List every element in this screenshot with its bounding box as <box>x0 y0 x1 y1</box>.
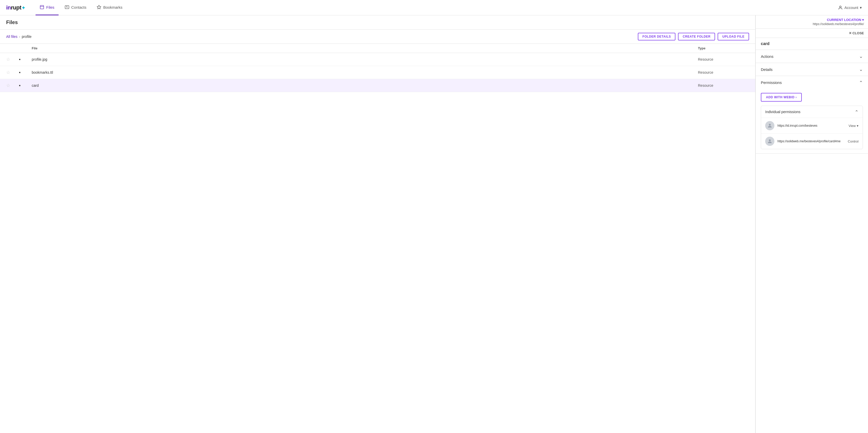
close-button[interactable]: ✕ CLOSE <box>849 31 864 35</box>
logo-text: inrupt✦ <box>6 4 25 11</box>
actions-accordion: Actions ⌄ <box>756 50 868 63</box>
nav-item-contacts[interactable]: Contacts <box>61 0 91 16</box>
permission-role-chevron: ▾ <box>857 124 859 128</box>
left-panel: Files All files › profile FOLDER DETAILS… <box>0 16 755 433</box>
add-webid-button[interactable]: ADD WITH WEBID › <box>761 93 802 102</box>
permission-role[interactable]: View ▾ <box>848 124 859 128</box>
breadcrumb-actions: FOLDER DETAILS CREATE FOLDER UPLOAD FILE <box>638 33 749 40</box>
actions-label: Actions <box>761 54 773 59</box>
chevron-down-icon: ▾ <box>860 5 862 10</box>
svg-rect-0 <box>40 5 44 9</box>
file-icon: ▪ <box>19 57 32 62</box>
file-name: card <box>32 83 698 88</box>
avatar-icon <box>767 123 773 128</box>
nav-item-bookmarks[interactable]: Bookmarks <box>93 0 127 16</box>
star-icon[interactable]: ☆ <box>6 57 19 62</box>
col-file: File <box>32 46 698 50</box>
account-icon <box>838 5 843 10</box>
nav-items: Files Contacts Bookmarks <box>35 0 838 16</box>
navbar: inrupt✦ Files Contacts Bookmarks Account… <box>0 0 868 16</box>
bookmarks-icon <box>97 5 101 9</box>
star-icon[interactable]: ☆ <box>6 83 19 88</box>
permission-role: Control <box>848 140 859 143</box>
breadcrumb-separator: › <box>19 34 20 39</box>
actions-chevron-icon: ⌄ <box>859 54 863 59</box>
folder-details-button[interactable]: FOLDER DETAILS <box>638 33 676 40</box>
individual-permissions-label: Individual permissions <box>765 110 801 114</box>
permission-row: https://solidweb.me/besteves4/profile/ca… <box>761 133 863 149</box>
permissions-chevron-icon: ⌄ <box>859 80 863 85</box>
details-accordion-header[interactable]: Details ⌄ <box>756 63 868 76</box>
col-type: Type <box>698 46 749 50</box>
app-layout: Files All files › profile FOLDER DETAILS… <box>0 16 868 433</box>
nav-item-files[interactable]: Files <box>35 0 59 16</box>
permission-role-label: View <box>848 124 856 128</box>
location-bar: CURRENT LOCATION ▾ https://solidweb.me/b… <box>756 16 868 29</box>
file-type: Resource <box>698 70 749 75</box>
permissions-label: Permissions <box>761 80 782 85</box>
avatar <box>765 121 774 130</box>
contacts-icon <box>65 5 69 9</box>
permission-url: https://solidweb.me/besteves4/profile/ca… <box>777 140 845 143</box>
page-title: Files <box>6 20 749 25</box>
upload-file-button[interactable]: UPLOAD FILE <box>718 33 749 40</box>
actions-accordion-header[interactable]: Actions ⌄ <box>756 50 868 63</box>
current-location-link[interactable]: CURRENT LOCATION ▾ <box>827 18 864 22</box>
breadcrumb-all-files[interactable]: All files <box>6 34 18 39</box>
file-table: File Type ☆ ▪ profile.jpg Resource ☆ ▪ b… <box>0 44 755 433</box>
close-bar: ✕ CLOSE <box>756 29 868 38</box>
file-name: bookmarks.ttl <box>32 70 698 75</box>
svg-point-4 <box>769 124 771 126</box>
file-type: Resource <box>698 57 749 61</box>
location-url: https://solidweb.me/besteves4/profile/ <box>813 22 864 26</box>
file-icon: ▪ <box>19 83 32 88</box>
avatar-icon <box>767 139 773 144</box>
avatar <box>765 137 774 146</box>
star-icon[interactable]: ☆ <box>6 69 19 75</box>
col-star <box>6 46 19 50</box>
permissions-accordion-header[interactable]: Permissions ⌄ <box>756 76 868 89</box>
permissions-content: ADD WITH WEBID › Individual permissions … <box>756 89 868 153</box>
svg-marker-2 <box>97 5 101 9</box>
individual-permissions: Individual permissions ⌄ https://id.inru… <box>761 106 863 149</box>
file-icon: ▪ <box>19 70 32 75</box>
table-row[interactable]: ☆ ▪ card Resource <box>0 79 755 92</box>
file-type: Resource <box>698 83 749 88</box>
files-header: Files <box>0 16 755 30</box>
col-icon <box>19 46 32 50</box>
breadcrumb-bar: All files › profile FOLDER DETAILS CREAT… <box>0 30 755 44</box>
details-chevron-icon: ⌄ <box>859 66 863 72</box>
details-label: Details <box>761 67 773 71</box>
permissions-accordion: Permissions ⌄ ADD WITH WEBID › Individua… <box>756 76 868 153</box>
breadcrumb: All files › profile <box>6 34 634 39</box>
right-panel: CURRENT LOCATION ▾ https://solidweb.me/b… <box>755 16 868 433</box>
create-folder-button[interactable]: CREATE FOLDER <box>678 33 715 40</box>
account-menu[interactable]: Account ▾ <box>838 5 862 10</box>
logo: inrupt✦ <box>6 4 25 11</box>
svg-point-5 <box>769 140 771 141</box>
permission-row: https://id.inrupt.com/besteves View ▾ <box>761 118 863 133</box>
panel-title: card <box>756 38 868 50</box>
table-header: File Type <box>0 44 755 53</box>
breadcrumb-current: profile <box>22 34 31 39</box>
individual-permissions-header[interactable]: Individual permissions ⌄ <box>761 106 863 118</box>
svg-point-3 <box>839 6 841 8</box>
permission-url: https://id.inrupt.com/besteves <box>777 124 845 127</box>
location-block: CURRENT LOCATION ▾ https://solidweb.me/b… <box>813 18 864 26</box>
file-name: profile.jpg <box>32 57 698 61</box>
table-row[interactable]: ☆ ▪ bookmarks.ttl Resource <box>0 66 755 79</box>
files-icon <box>40 5 44 9</box>
details-accordion: Details ⌄ <box>756 63 868 76</box>
individual-permissions-chevron-icon: ⌄ <box>855 109 859 115</box>
table-row[interactable]: ☆ ▪ profile.jpg Resource <box>0 53 755 66</box>
